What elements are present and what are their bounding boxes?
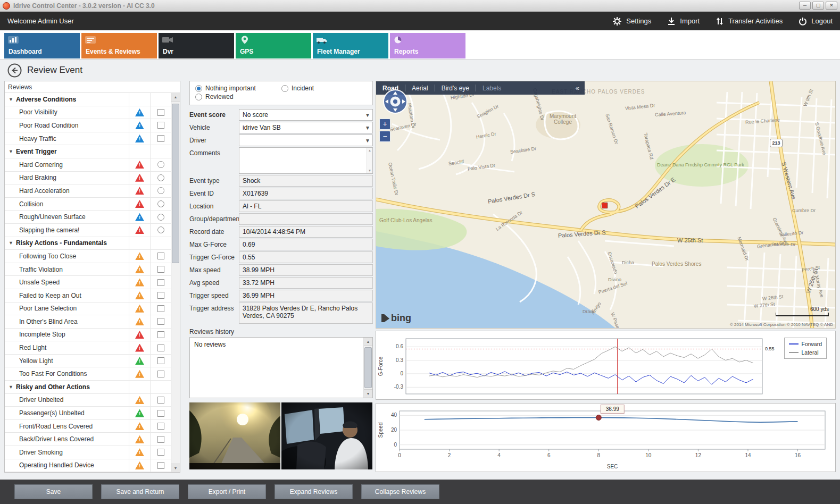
tab-events-reviews[interactable]: Events & Reviews xyxy=(81,33,157,58)
review-group-row[interactable]: ▼Risky and Other Actions xyxy=(5,381,171,394)
scroll-down-icon[interactable]: ▼ xyxy=(364,389,372,398)
zoom-out-button[interactable]: − xyxy=(379,131,390,142)
tab-fleet-manager[interactable]: Fleet Manager xyxy=(313,33,388,58)
collapse-arrow-icon[interactable]: ▼ xyxy=(9,384,13,390)
import-button[interactable]: Import xyxy=(667,17,700,26)
review-item-row[interactable]: Poor Road Condition! xyxy=(5,119,171,132)
review-item-row[interactable]: Back/Driver Lens Covered! xyxy=(5,433,171,446)
review-item-row[interactable]: Hard Acceleration! xyxy=(5,184,171,198)
review-item-row[interactable]: Hard Cornering! xyxy=(5,158,171,172)
map-compass[interactable] xyxy=(382,89,408,116)
map-view-bird-s-eye[interactable]: Bird's eye xyxy=(435,85,476,92)
review-item-row[interactable]: Driver Unbelted! xyxy=(5,394,171,407)
reviews-history-scrollbar[interactable]: ▲ ▼ xyxy=(363,338,372,398)
tab-gps[interactable]: GPS xyxy=(236,33,311,58)
review-group-row[interactable]: ▼Event Trigger xyxy=(5,145,171,158)
review-checkbox[interactable] xyxy=(157,135,164,142)
review-checkbox[interactable] xyxy=(157,423,164,430)
transfer-activities-button[interactable]: Transfer Activities xyxy=(716,17,783,26)
driver-select[interactable]: ▼ xyxy=(239,135,373,146)
review-item-row[interactable]: Heavy Traffic! xyxy=(5,132,171,146)
review-checkbox[interactable] xyxy=(157,357,164,364)
review-item-row[interactable]: Front/Road Lens Covered! xyxy=(5,420,171,433)
collapse-arrow-icon[interactable]: ▼ xyxy=(9,97,13,102)
reviews-scrollbar[interactable]: ▲ ▼ xyxy=(171,93,180,472)
map-panel[interactable]: EAST RANCHO PALOS VERDESMarymount Colleg… xyxy=(376,81,836,329)
status-radio[interactable] xyxy=(281,85,288,92)
scroll-up-icon[interactable]: ▲ xyxy=(171,93,180,102)
review-item-row[interactable]: Red Light! xyxy=(5,341,171,355)
status-radio[interactable] xyxy=(195,94,202,100)
review-checkbox[interactable] xyxy=(157,279,164,286)
review-radio[interactable] xyxy=(157,174,164,181)
maximize-button[interactable]: ▢ xyxy=(812,2,824,10)
export-print-button[interactable]: Export / Print xyxy=(188,484,266,499)
scrollbar-thumb[interactable] xyxy=(172,104,179,263)
review-item-row[interactable]: Yellow Light! xyxy=(5,355,171,368)
review-item-row[interactable]: Following Too Close! xyxy=(5,250,171,263)
review-item-row[interactable]: Unsafe Speed! xyxy=(5,276,171,289)
review-checkbox[interactable] xyxy=(157,397,164,404)
review-checkbox[interactable] xyxy=(157,318,164,325)
scroll-down-icon[interactable]: ▼ xyxy=(171,464,180,472)
map-collapse-button[interactable]: « xyxy=(570,84,585,92)
tab-dvr[interactable]: Dvr xyxy=(159,33,234,58)
review-checkbox[interactable] xyxy=(157,266,164,273)
review-item-row[interactable]: Too Fast For Conditions! xyxy=(5,367,171,381)
review-checkbox[interactable] xyxy=(157,331,164,338)
status-radio[interactable] xyxy=(195,85,202,92)
review-group-row[interactable]: ▼Risky Actions - Fundamentals xyxy=(5,237,171,250)
tab-dashboard[interactable]: Dashboard xyxy=(4,33,80,58)
event-location-marker[interactable] xyxy=(602,203,608,208)
review-group-row[interactable]: ▼Adverse Conditions xyxy=(5,93,171,106)
expand-reviews-button[interactable]: Expand Reviews xyxy=(275,484,353,499)
review-item-row[interactable]: Poor Visibility! xyxy=(5,106,171,120)
review-checkbox[interactable] xyxy=(157,305,164,312)
settings-button[interactable]: Settings xyxy=(612,16,651,26)
save-and-return-button[interactable]: Save and Return xyxy=(101,484,179,499)
logout-button[interactable]: Logout xyxy=(799,17,833,26)
collapse-reviews-button[interactable]: Collapse Reviews xyxy=(361,484,439,499)
collapse-arrow-icon[interactable]: ▼ xyxy=(9,149,13,154)
review-item-row[interactable]: Incomplete Stop! xyxy=(5,329,171,342)
status-option-reviewed[interactable]: Reviewed xyxy=(195,93,275,100)
front-camera-thumbnail[interactable] xyxy=(189,402,280,469)
map-view-labels[interactable]: Labels xyxy=(476,85,508,92)
review-radio[interactable] xyxy=(157,226,164,233)
review-checkbox[interactable] xyxy=(157,253,164,259)
review-checkbox[interactable] xyxy=(157,292,164,299)
review-checkbox[interactable] xyxy=(157,410,164,417)
collapse-arrow-icon[interactable]: ▼ xyxy=(9,240,13,246)
textarea-scrollbar[interactable]: ▲▼ xyxy=(367,148,372,173)
zoom-in-button[interactable]: + xyxy=(379,119,390,130)
review-checkbox[interactable] xyxy=(157,436,164,443)
review-checkbox[interactable] xyxy=(157,345,164,351)
review-radio[interactable] xyxy=(157,214,164,221)
review-item-row[interactable]: Rough/Uneven Surface! xyxy=(5,211,171,224)
reviews-history-listbox[interactable]: No reviews ▲ ▼ xyxy=(189,337,373,398)
review-item-row[interactable]: Traffic Violation! xyxy=(5,263,171,276)
minimize-button[interactable]: ─ xyxy=(799,2,811,10)
review-item-row[interactable]: Poor Lane Selection! xyxy=(5,303,171,316)
back-button[interactable] xyxy=(7,63,22,78)
review-checkbox[interactable] xyxy=(157,122,164,129)
review-item-row[interactable]: Failed to Keep an Out! xyxy=(5,289,171,303)
review-item-row[interactable]: Driver Smoking! xyxy=(5,446,171,459)
review-radio[interactable] xyxy=(157,161,164,168)
close-button[interactable]: ✕ xyxy=(826,2,837,10)
status-option-incident[interactable]: Incident xyxy=(281,85,361,92)
review-item-row[interactable]: Hard Braking! xyxy=(5,172,171,185)
tab-reports[interactable]: Reports xyxy=(390,33,465,58)
review-item-row[interactable]: Collision! xyxy=(5,198,171,211)
vehicle-select[interactable]: idrive Van SB▼ xyxy=(239,122,373,133)
review-checkbox[interactable] xyxy=(157,462,164,469)
review-radio[interactable] xyxy=(157,200,164,207)
review-item-row[interactable]: Operating Handled Device! xyxy=(5,459,171,472)
review-checkbox[interactable] xyxy=(157,371,164,377)
review-item-row[interactable]: In Other's Blind Area! xyxy=(5,315,171,329)
review-radio[interactable] xyxy=(157,187,164,194)
status-option-nothing-important[interactable]: Nothing important xyxy=(195,85,275,92)
driver-camera-thumbnail[interactable] xyxy=(281,402,372,469)
map-view-aerial[interactable]: Aerial xyxy=(405,85,435,92)
save-button[interactable]: Save xyxy=(14,484,93,499)
